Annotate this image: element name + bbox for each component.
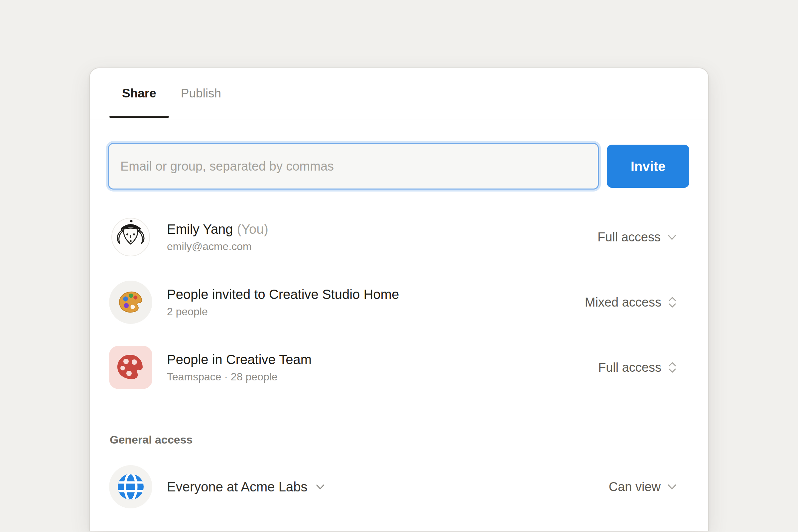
general-access-row: Everyone at Acme Labs Can view xyxy=(109,465,678,509)
person-doodle-avatar xyxy=(109,215,152,259)
share-dialog: Share Publish Invite xyxy=(89,68,709,531)
chevron-down-icon xyxy=(315,481,326,492)
access-dropdown-emily[interactable]: Full access xyxy=(597,230,678,244)
access-level-label: Can view xyxy=(609,480,661,494)
tab-share[interactable]: Share xyxy=(122,87,156,100)
member-name: People in Creative Team xyxy=(167,352,598,367)
chevron-up-down-icon xyxy=(667,296,678,309)
member-list: Emily Yang(You) emily@acme.com Full acce… xyxy=(90,215,708,390)
invite-button[interactable]: Invite xyxy=(607,145,689,188)
member-name: People invited to Creative Studio Home xyxy=(167,286,585,302)
access-level-label: Full access xyxy=(598,360,661,375)
chevron-up-down-icon xyxy=(667,361,678,374)
tab-bar: Share Publish xyxy=(90,68,708,119)
member-row-invited-group: People invited to Creative Studio Home 2… xyxy=(109,280,678,324)
page-background: Share Publish Invite xyxy=(0,0,798,532)
member-name: Emily Yang(You) xyxy=(167,221,597,237)
member-info: Emily Yang(You) emily@acme.com xyxy=(167,221,597,253)
email-input[interactable] xyxy=(108,143,599,190)
everyone-scope-label: Everyone at Acme Labs xyxy=(167,479,307,494)
access-dropdown-invited-group[interactable]: Mixed access xyxy=(585,295,678,309)
access-level-label: Mixed access xyxy=(585,295,661,309)
member-row-teamspace: People in Creative Team Teamspace · 28 p… xyxy=(109,345,678,390)
member-teamspace-count: Teamspace · 28 people xyxy=(167,370,598,383)
access-dropdown-everyone[interactable]: Can view xyxy=(609,480,678,494)
chevron-down-icon xyxy=(666,481,678,493)
member-info: People in Creative Team Teamspace · 28 p… xyxy=(167,352,598,383)
chevron-down-icon xyxy=(666,231,678,243)
member-email: emily@acme.com xyxy=(167,240,597,253)
member-count: 2 people xyxy=(167,305,585,318)
access-level-label: Full access xyxy=(597,230,661,244)
artist-palette-avatar xyxy=(109,281,152,324)
everyone-scope-dropdown[interactable]: Everyone at Acme Labs xyxy=(167,479,609,494)
globe-avatar xyxy=(109,465,152,508)
tab-publish[interactable]: Publish xyxy=(181,87,221,100)
tab-divider xyxy=(90,119,708,119)
general-access-heading: General access xyxy=(110,433,708,446)
red-palette-teamspace-avatar xyxy=(109,346,152,389)
member-row-emily: Emily Yang(You) emily@acme.com Full acce… xyxy=(109,215,678,259)
access-dropdown-teamspace[interactable]: Full access xyxy=(598,360,678,375)
invite-row: Invite xyxy=(108,142,689,191)
member-you-suffix: (You) xyxy=(237,222,268,236)
member-info: People invited to Creative Studio Home 2… xyxy=(167,286,585,318)
